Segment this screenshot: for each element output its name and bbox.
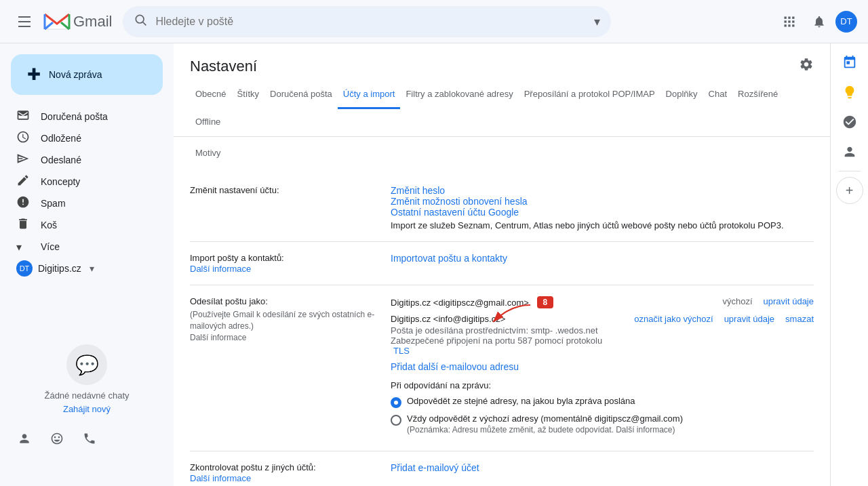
gmail-logo: Gmail [43,12,112,32]
email-actions-1: výchozí upravit údaje [722,296,814,306]
search-dropdown-icon[interactable]: ▾ [594,14,600,29]
avatar[interactable]: DT [835,11,857,33]
sidebar-account[interactable]: DT Digitips.cz ▾ [0,258,163,279]
add-email-link[interactable]: Přidat další e-mailovou adresu [391,361,519,372]
smtp-domain: .wedos.net [555,325,598,336]
account-name: Digitips.cz [38,263,81,274]
set-default-link[interactable]: označit jako výchozí [634,314,713,324]
section-change-account: Změnit nastavení účtu: Změnit heslo Změn… [190,174,814,242]
compose-label: Nová zpráva [49,69,102,80]
chat-empty-text: Žádné nedávné chaty [11,390,163,401]
edit-details-link-1[interactable]: upravit údaje [764,296,814,306]
edit-details-link-2[interactable]: upravit údaje [724,314,774,324]
radio-default-address[interactable] [391,415,401,426]
sidebar-item-inbox[interactable]: Doručená pošta [0,106,163,127]
email-row-2: Digitips.cz <info@digitips.cz> Pošta je … [391,314,814,356]
sent-label: Odeslané [41,155,81,165]
svg-rect-2 [785,16,787,18]
tab-advanced[interactable]: Rozšířené [732,81,783,109]
sidebar-item-trash[interactable]: Koš [0,214,163,236]
right-sidebar-divider [839,171,861,171]
svg-rect-4 [792,16,794,18]
keep-icon[interactable] [836,79,863,106]
sidebar-item-snoozed[interactable]: Odložené [0,127,163,149]
drafts-icon [16,174,30,190]
sidebar-item-spam[interactable]: Spam [0,193,163,214]
tab-chat[interactable]: Chat [703,81,732,109]
contacts-icon[interactable] [11,425,38,452]
tab-forwarding[interactable]: Přeposílání a protokol POP/IMAP [519,81,660,109]
email-status-1: výchozí [722,296,752,306]
change-password-link[interactable]: Změnit heslo [391,185,445,196]
spam-icon [16,195,30,211]
notifications-icon[interactable] [806,8,833,35]
apps-icon[interactable] [776,8,803,35]
tab-filters[interactable]: Filtry a zablokované adresy [400,81,518,109]
svg-rect-5 [785,20,787,22]
radio-same-address[interactable] [391,397,401,408]
sidebar-item-more[interactable]: ▾ Více [0,236,163,258]
more-icon: ▾ [16,241,30,254]
svg-rect-10 [792,24,794,26]
section-value-import: Importovat poštu a kontakty [391,253,814,274]
sidebar-item-sent[interactable]: Odeslané [0,149,163,171]
trash-icon [16,217,30,233]
sub-tabs: Motivy [174,137,830,174]
email-badge: 8 [537,296,553,308]
import-more-info-link[interactable]: Další informace [190,264,251,274]
snoozed-label: Odložené [41,133,81,144]
radio-note: (Poznámka: Adresu můžete změnit, až bude… [407,425,683,434]
tab-accounts[interactable]: Účty a import [338,81,401,109]
tab-general[interactable]: Obecné [190,81,232,109]
radio-label-2: Vždy odpovědět z výchozí adresy (momentá… [407,413,683,424]
snoozed-icon [16,130,30,146]
sub-tab-themes[interactable]: Motivy [190,142,226,163]
svg-rect-6 [788,20,790,22]
calendar-icon[interactable] [836,49,863,76]
other-settings-link[interactable]: Ostatní nastavení účtu Google [391,207,519,218]
chat-section: 💬 Žádné nedávné chaty Zahájit nový [0,333,174,420]
sidebar-item-drafts[interactable]: Koncepty [0,171,163,193]
check-mail-more-info[interactable]: Další informace [190,473,251,483]
delete-link[interactable]: smazat [785,314,814,324]
emoji-icon[interactable] [43,425,71,452]
tab-inbox[interactable]: Doručená pošta [264,81,338,109]
section-import-mail: Import pošty a kontaktů: Další informace… [190,242,814,285]
tls-link[interactable]: TLS [393,346,410,356]
email-row-1: Digitips.cz <digitipscz@gmail.com> 8 [391,296,814,308]
tab-addons[interactable]: Doplňky [660,81,703,109]
reply-label: Při odpovídání na zprávu: [391,380,814,390]
radio-group: Odpovědět ze stejné adresy, na jakou byl… [391,396,814,434]
settings-gear-icon[interactable] [799,57,814,75]
tasks-icon[interactable] [836,108,863,136]
tab-offline[interactable]: Offline [190,108,226,137]
add-email-account-link[interactable]: Přidat e-mailový účet [391,462,479,473]
contacts-sidebar-icon[interactable] [836,138,863,165]
settings-title: Nastavení [190,58,257,75]
ssl-info: Zabezpečené připojení na portu 587 pomoc… [391,336,602,346]
section-value-check-mail: Přidat e-mailový účet [391,462,814,483]
settings-header: Nastavení [174,43,830,75]
badge-arrow [483,302,537,329]
chat-start-link[interactable]: Zahájit nový [63,404,111,414]
chat-bubble-icon: 💬 [66,344,107,385]
menu-button[interactable] [11,8,38,35]
compose-plus-icon: ✚ [27,65,41,84]
search-icon [134,13,147,30]
import-mail-contacts-link[interactable]: Importovat poštu a kontakty [391,253,507,264]
search-bar[interactable]: ▾ [123,6,611,37]
radio-option-1: Odpovědět ze stejné adresy, na jakou byl… [391,396,814,408]
tab-labels[interactable]: Štítky [232,81,265,109]
change-recovery-link[interactable]: Změnit možnosti obnovení hesla [391,196,528,207]
search-input[interactable] [155,16,586,28]
compose-button[interactable]: ✚ Nová zpráva [11,54,163,95]
phone-icon[interactable] [76,425,103,452]
section-value-send-as: Digitips.cz <digitipscz@gmail.com> 8 [391,296,814,440]
topbar-right: DT [776,8,857,35]
drafts-label: Koncepty [41,176,80,187]
add-app-icon[interactable]: + [836,177,863,204]
svg-line-1 [143,22,146,26]
svg-rect-8 [785,24,787,26]
gmail-text: Gmail [73,13,112,31]
email-info-1: Digitips.cz <digitipscz@gmail.com> 8 [391,296,711,308]
